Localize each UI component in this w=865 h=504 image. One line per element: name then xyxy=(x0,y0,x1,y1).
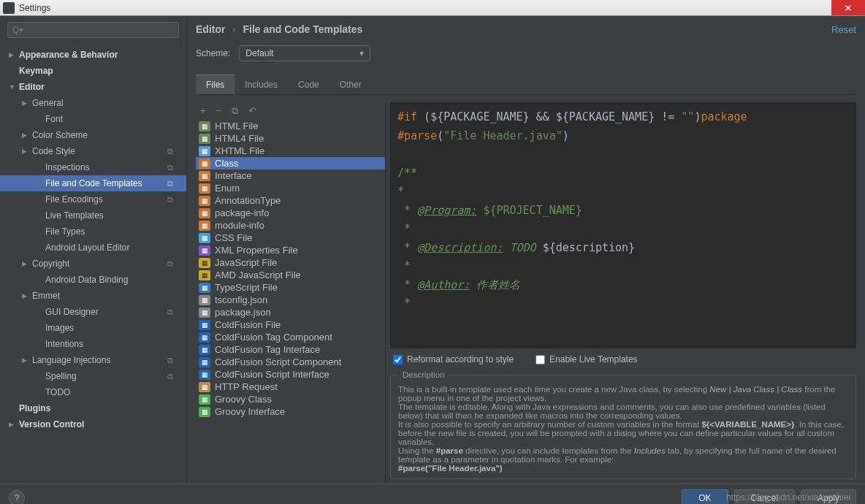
tree-item[interactable]: GUI Designer⧉ xyxy=(0,304,186,320)
tree-item[interactable]: Intentions xyxy=(0,336,186,352)
file-icon: ▦ xyxy=(199,159,210,169)
file-icon: ▦ xyxy=(199,357,210,367)
template-item[interactable]: ▦module-info xyxy=(196,219,385,232)
template-item[interactable]: ▦ColdFusion Script Component xyxy=(196,356,385,368)
search-input[interactable] xyxy=(7,22,179,38)
copy-button[interactable]: ⧉ xyxy=(232,105,238,117)
breadcrumb-item[interactable]: Editor xyxy=(196,23,225,35)
scheme-select[interactable]: Default xyxy=(239,45,370,61)
tree-item[interactable]: Android Data Binding xyxy=(0,272,186,288)
breadcrumb: Editor › File and Code Templates Reset xyxy=(196,23,856,35)
tree-item[interactable]: ▼Editor xyxy=(0,79,186,95)
tree-item[interactable]: Plugins xyxy=(0,400,186,416)
description-title: Description xyxy=(398,370,449,379)
scheme-label: Scheme: xyxy=(196,48,230,58)
template-item[interactable]: ▦package.json xyxy=(196,306,385,318)
breadcrumb-item: File and Code Templates xyxy=(243,23,362,35)
tree-item[interactable]: File and Code Templates⧉ xyxy=(0,175,186,191)
template-item[interactable]: ▦AMD JavaScript File xyxy=(196,269,385,281)
template-item[interactable]: ▦Groovy Class xyxy=(196,393,385,405)
tab[interactable]: Files xyxy=(196,75,235,94)
tree-item[interactable]: Spelling⧉ xyxy=(0,368,186,384)
template-item[interactable]: ▦HTTP Request xyxy=(196,381,385,393)
tree-item[interactable]: File Encodings⧉ xyxy=(0,191,186,207)
file-icon: ▦ xyxy=(199,171,210,181)
add-button[interactable]: + xyxy=(200,105,206,117)
template-item[interactable]: ▦HTML4 File xyxy=(196,132,385,145)
tree-item[interactable]: ▶Appearance & Behavior xyxy=(0,47,186,63)
file-icon: ▦ xyxy=(199,295,210,305)
file-icon: ▦ xyxy=(199,345,210,355)
tab[interactable]: Includes xyxy=(235,75,288,94)
reformat-checkbox[interactable]: Reformat according to style xyxy=(393,354,514,364)
remove-button[interactable]: − xyxy=(216,105,222,117)
template-item[interactable]: ▦CSS File xyxy=(196,232,385,244)
settings-tree[interactable]: ▶Appearance & BehaviorKeymap▼Editor▶Gene… xyxy=(0,44,186,484)
tree-item[interactable]: Android Layout Editor xyxy=(0,240,186,256)
template-item[interactable]: ▦ColdFusion Tag Component xyxy=(196,331,385,343)
tree-item[interactable]: ▶General xyxy=(0,95,186,111)
help-button[interactable]: ? xyxy=(9,490,25,505)
template-item[interactable]: ▦XML Properties File xyxy=(196,244,385,256)
template-item[interactable]: ▦TypeScript File xyxy=(196,281,385,294)
reset-link[interactable]: Reset xyxy=(831,24,856,35)
template-item[interactable]: ▦Enum xyxy=(196,182,385,194)
file-icon: ▦ xyxy=(199,233,210,243)
tree-item[interactable]: ▶Emmet xyxy=(0,288,186,304)
live-templates-checkbox-input[interactable] xyxy=(536,355,545,364)
tree-item[interactable]: ▶Version Control xyxy=(0,416,186,432)
template-item[interactable]: ▦Interface xyxy=(196,169,385,182)
file-icon: ▦ xyxy=(199,134,210,144)
file-icon: ▦ xyxy=(199,183,210,194)
template-item[interactable]: ▦JavaScript File xyxy=(196,256,385,269)
file-icon: ▦ xyxy=(199,394,210,405)
code-editor[interactable]: #if (${PACKAGE_NAME} && ${PACKAGE_NAME} … xyxy=(390,102,856,348)
file-icon: ▦ xyxy=(199,245,210,256)
watermark: https://blog.csdn.net/xiaoyezhiei xyxy=(726,492,850,503)
tree-item[interactable]: ▶Color Scheme xyxy=(0,127,186,143)
file-icon: ▦ xyxy=(199,320,210,330)
file-icon: ▦ xyxy=(199,208,210,218)
tree-item[interactable]: TODO xyxy=(0,384,186,400)
template-item[interactable]: ▦HTML File xyxy=(196,120,385,132)
undo-button[interactable]: ↶ xyxy=(248,105,256,117)
titlebar: Settings ✕ xyxy=(0,0,865,16)
reformat-checkbox-input[interactable] xyxy=(393,355,403,364)
tree-item[interactable]: ▶Code Style⧉ xyxy=(0,143,186,159)
template-item[interactable]: ▦Groovy Interface xyxy=(196,405,385,418)
file-icon: ▦ xyxy=(199,121,210,131)
template-item[interactable]: ▦tsconfig.json xyxy=(196,294,385,306)
tree-item[interactable]: ▶Copyright⧉ xyxy=(0,256,186,272)
tree-item[interactable]: ▶Language Injections⧉ xyxy=(0,352,186,368)
template-item[interactable]: ▦package-info xyxy=(196,207,385,219)
tree-item[interactable]: Keymap xyxy=(0,63,186,79)
settings-sidebar: ▶Appearance & BehaviorKeymap▼Editor▶Gene… xyxy=(0,16,187,484)
tree-item[interactable]: File Types xyxy=(0,224,186,240)
tree-item[interactable]: Inspections⧉ xyxy=(0,159,186,175)
tree-item[interactable]: Font xyxy=(0,111,186,127)
file-icon: ▦ xyxy=(199,370,210,380)
template-item[interactable]: ▦ColdFusion Tag Interface xyxy=(196,343,385,356)
template-item[interactable]: ▦XHTML File xyxy=(196,145,385,157)
template-item[interactable]: ▦ColdFusion Script Interface xyxy=(196,368,385,381)
tree-item[interactable]: Images xyxy=(0,320,186,336)
tab[interactable]: Other xyxy=(329,75,372,94)
tree-item[interactable]: Live Templates xyxy=(0,207,186,224)
file-icon: ▦ xyxy=(199,196,210,206)
template-list[interactable]: ▦HTML File▦HTML4 File▦XHTML File▦Class▦I… xyxy=(196,120,385,484)
file-icon: ▦ xyxy=(199,221,210,231)
scheme-value: Default xyxy=(245,48,273,58)
file-icon: ▦ xyxy=(199,308,210,318)
file-icon: ▦ xyxy=(199,332,210,343)
live-templates-checkbox[interactable]: Enable Live Templates xyxy=(536,354,638,364)
file-icon: ▦ xyxy=(199,407,210,417)
ok-button[interactable]: OK xyxy=(682,489,728,505)
chevron-right-icon: › xyxy=(232,24,235,34)
template-item[interactable]: ▦ColdFusion File xyxy=(196,318,385,331)
file-icon: ▦ xyxy=(199,283,210,293)
template-item[interactable]: ▦Class xyxy=(196,157,385,169)
file-icon: ▦ xyxy=(199,146,210,156)
tab[interactable]: Code xyxy=(288,75,329,94)
template-item[interactable]: ▦AnnotationType xyxy=(196,194,385,207)
window-close-button[interactable]: ✕ xyxy=(831,0,865,15)
